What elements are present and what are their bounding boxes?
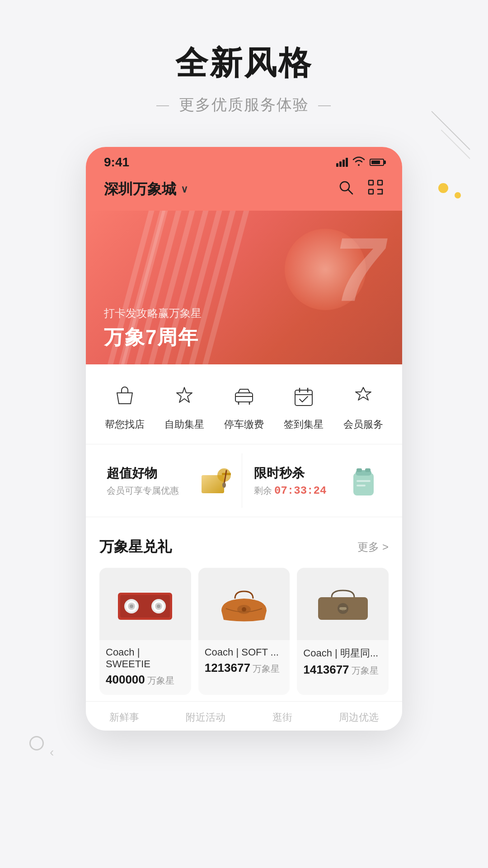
- status-time: 9:41: [104, 155, 129, 170]
- tab-fujin[interactable]: 附近活动: [186, 711, 225, 724]
- svg-point-33: [157, 604, 160, 608]
- quick-icon-shop-label: 帮您找店: [105, 418, 145, 431]
- svg-rect-4: [369, 189, 373, 194]
- reward-card-1[interactable]: Coach | SOFT ... 1213677 万象星: [198, 568, 290, 695]
- svg-point-29: [130, 604, 133, 608]
- quick-icon-member[interactable]: 会员服务: [343, 380, 383, 431]
- hero-subtitle: 打卡发攻略赢万象星: [104, 306, 202, 321]
- nav-location[interactable]: 深圳万象城 ∨: [104, 179, 188, 199]
- hero-text: 打卡发攻略赢万象星 万象7周年: [104, 306, 202, 351]
- nav-bar: 深圳万象城 ∨: [86, 174, 402, 211]
- hero-title: 万象7周年: [104, 324, 202, 351]
- promo-goods-image: [198, 462, 235, 499]
- sub-title-text: 更多优质服务体验: [179, 94, 309, 115]
- phone-mockup: 9:41: [86, 147, 402, 731]
- star-collect-icon: [168, 380, 201, 412]
- sub-dash-right: —: [318, 98, 332, 112]
- svg-rect-9: [235, 393, 253, 402]
- hero-number: 7: [334, 224, 384, 315]
- rewards-title: 万象星兑礼: [99, 537, 172, 557]
- promo-sale-prefix: 剩余: [254, 486, 272, 495]
- reward-info-0: Coach | SWEETIE 400000 万象星: [99, 640, 191, 695]
- reward-name-2: Coach | 明星同...: [303, 646, 382, 660]
- promo-sale-subtitle: 剩余 07:33:24: [254, 485, 327, 497]
- svg-rect-3: [378, 180, 382, 185]
- reward-stars-1: 1213677 万象星: [205, 661, 284, 675]
- quick-icon-shop[interactable]: 帮您找店: [105, 380, 145, 431]
- reward-name-0: Coach | SWEETIE: [106, 646, 185, 670]
- wifi-icon: [352, 155, 365, 170]
- svg-rect-18: [353, 473, 374, 495]
- sub-title-row: — 更多优质服务体验 —: [0, 94, 488, 115]
- reward-stars-2: 1413677 万象星: [303, 663, 382, 677]
- svg-point-35: [242, 607, 246, 612]
- tab-guanjie[interactable]: 逛街: [272, 711, 292, 724]
- promo-sale-title: 限时秒杀: [254, 465, 327, 482]
- quick-icon-checkin-label: 签到集星: [284, 418, 324, 431]
- promo-section: 超值好物 会员可享专属优惠: [86, 444, 402, 517]
- promo-countdown: 07:33:24: [274, 485, 326, 497]
- scan-icon[interactable]: [367, 179, 384, 200]
- quick-icons-section: 帮您找店 自助集星: [86, 364, 402, 444]
- location-text: 深圳万象城: [104, 179, 176, 199]
- promo-card-sale[interactable]: 限时秒杀 剩余 07:33:24: [247, 453, 389, 508]
- tab-zhoubian[interactable]: 周边优选: [339, 711, 379, 724]
- reward-stars-0: 400000 万象星: [106, 673, 185, 687]
- car-icon: [228, 380, 260, 412]
- signal-bar-1: [336, 163, 338, 167]
- location-chevron-icon: ∨: [181, 184, 188, 195]
- rewards-section: 万象星兑礼 更多 >: [86, 524, 402, 695]
- battery-icon: [370, 159, 384, 166]
- reward-card-0[interactable]: Coach | SWEETIE 400000 万象星: [99, 568, 191, 695]
- svg-rect-10: [295, 390, 312, 406]
- rewards-more-button[interactable]: 更多 >: [357, 540, 389, 554]
- svg-rect-20: [357, 468, 362, 472]
- svg-point-17: [222, 482, 226, 488]
- signal-bar-2: [339, 161, 342, 167]
- quick-icon-parking[interactable]: 停车缴费: [224, 380, 264, 431]
- shop-icon: [108, 380, 141, 412]
- reward-card-2[interactable]: C Coach | 明星同... 1413677 万象星: [297, 568, 389, 695]
- hero-banner[interactable]: 7 打卡发攻略赢万象星 万象7周年: [86, 211, 402, 364]
- svg-rect-40: [339, 607, 347, 610]
- status-icons: [336, 155, 384, 170]
- signal-bars-icon: [336, 158, 348, 167]
- member-icon: [347, 380, 380, 412]
- rewards-grid: Coach | SWEETIE 400000 万象星: [99, 568, 389, 695]
- promo-goods-subtitle: 会员可享专属优惠: [107, 485, 179, 497]
- status-bar: 9:41: [86, 147, 402, 174]
- svg-line-1: [348, 189, 352, 194]
- svg-rect-22: [357, 480, 371, 482]
- promo-sale-image: [345, 462, 381, 499]
- promo-sale-text: 限时秒杀 剩余 07:33:24: [254, 465, 327, 497]
- quick-icon-member-label: 会员服务: [343, 418, 383, 431]
- reward-name-1: Coach | SOFT ...: [205, 646, 284, 658]
- promo-goods-text: 超值好物 会员可享专属优惠: [107, 465, 179, 497]
- svg-rect-21: [365, 468, 371, 472]
- search-icon[interactable]: [337, 179, 354, 200]
- svg-rect-23: [357, 485, 366, 486]
- sub-dash-left: —: [156, 98, 170, 112]
- quick-icon-star-label: 自助集星: [164, 418, 204, 431]
- main-title: 全新风格: [0, 45, 488, 81]
- header-section: 全新风格 — 更多优质服务体验 —: [0, 0, 488, 133]
- calendar-icon: [287, 380, 320, 412]
- quick-icon-checkin[interactable]: 签到集星: [284, 380, 324, 431]
- promo-goods-title: 超值好物: [107, 465, 179, 482]
- reward-info-1: Coach | SOFT ... 1213677 万象星: [198, 640, 290, 683]
- quick-icon-parking-label: 停车缴费: [224, 418, 264, 431]
- signal-bar-4: [346, 158, 348, 167]
- reward-img-0: [99, 568, 191, 640]
- tab-xinxianshi[interactable]: 新鲜事: [109, 711, 139, 724]
- signal-bar-3: [343, 160, 345, 167]
- bottom-tabs: 新鲜事 附近活动 逛街 周边优选: [86, 701, 402, 731]
- quick-icon-star[interactable]: 自助集星: [164, 380, 204, 431]
- svg-rect-2: [369, 180, 373, 185]
- nav-action-icons: [337, 179, 384, 200]
- reward-img-1: [198, 568, 290, 640]
- rewards-header: 万象星兑礼 更多 >: [99, 537, 389, 557]
- svg-marker-8: [177, 387, 192, 402]
- promo-card-goods[interactable]: 超值好物 会员可享专属优惠: [99, 453, 242, 508]
- reward-img-2: C: [297, 568, 389, 640]
- phone-wrapper: 9:41: [0, 133, 488, 758]
